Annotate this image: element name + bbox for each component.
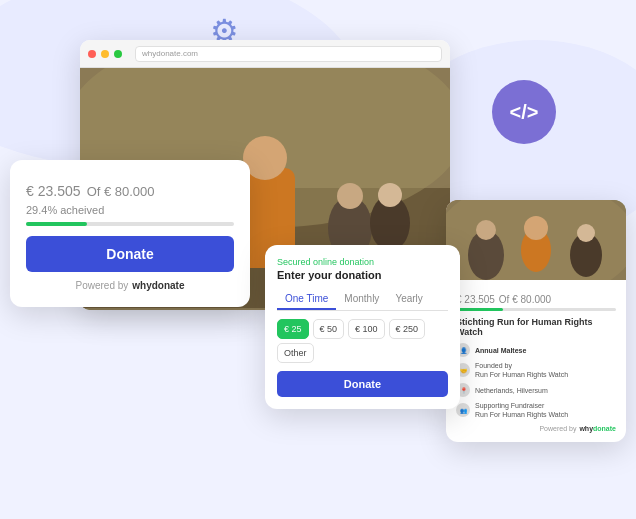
amount-chip-100[interactable]: € 100 (348, 319, 385, 339)
browser-url-text: whydonate.com (142, 49, 198, 58)
of-label-left: Of € 80.000 (87, 184, 155, 199)
tab-yearly[interactable]: Yearly (387, 289, 430, 310)
info-sub-3: Run For Human Rights Watch (475, 410, 568, 419)
card-image-right (446, 200, 626, 280)
powered-label-left: Powered by (75, 280, 128, 291)
dot-red (88, 50, 96, 58)
card-image-svg (446, 200, 626, 280)
tab-monthly[interactable]: Monthly (336, 289, 387, 310)
progress-bar-bg-left (26, 222, 234, 226)
browser-bar: whydonate.com (80, 40, 450, 68)
donation-tabs: One Time Monthly Yearly (277, 289, 448, 311)
secured-label: Secured online donation (277, 257, 448, 267)
powered-by-right: Powered by whydonate (456, 425, 616, 432)
info-row-0: 👤 Annual Maltese (456, 343, 616, 357)
of-label-right: Of € 80.000 (499, 294, 551, 305)
code-symbol: </> (510, 101, 539, 124)
info-sub-1: Run For Human Rights Watch (475, 370, 568, 379)
info-row-3: 👥 Supporting Fundraiser Run For Human Ri… (456, 401, 616, 419)
card-body-right: € 23.505 Of € 80.000 Stichting Run for H… (446, 280, 626, 442)
whydonate-logo-right: whydonate (579, 425, 616, 432)
powered-by-left: Powered by whydonate (26, 280, 234, 291)
info-label-3: Supporting Fundraiser (475, 401, 568, 410)
svg-point-10 (337, 183, 363, 209)
progress-bar-fill-left (26, 222, 87, 226)
progress-label-left: 29.4% acheived (26, 204, 234, 216)
amount-chip-50[interactable]: € 50 (313, 319, 345, 339)
org-name: Stichting Run for Human Rights Watch (456, 317, 616, 337)
info-icon-3: 👥 (456, 403, 470, 417)
amount-right: € 23.505 Of € 80.000 (456, 290, 616, 306)
amount-chip-other[interactable]: Other (277, 343, 314, 363)
info-label-0: Annual Maltese (475, 347, 526, 354)
progress-bar-fill-right (456, 308, 503, 311)
svg-point-16 (476, 220, 496, 240)
svg-point-20 (577, 224, 595, 242)
browser-url: whydonate.com (135, 46, 442, 62)
info-row-2: 📍 Netherlands, Hilversum (456, 383, 616, 397)
info-row-1: 🤝 Founded by Run For Human Rights Watch (456, 361, 616, 379)
progress-bar-bg-right (456, 308, 616, 311)
info-label-1: Founded by (475, 361, 568, 370)
amount-chip-25[interactable]: € 25 (277, 319, 309, 339)
svg-point-18 (524, 216, 548, 240)
widget-card-right: € 23.505 Of € 80.000 Stichting Run for H… (446, 200, 626, 442)
svg-point-12 (378, 183, 402, 207)
amount-chips: € 25 € 50 € 100 € 250 Other (277, 319, 448, 363)
donate-button-mid[interactable]: Donate (277, 371, 448, 397)
whydonate-logo-left: whydonate (132, 280, 184, 291)
code-badge: </> (492, 80, 556, 144)
tab-one-time[interactable]: One Time (277, 289, 336, 310)
dot-yellow (101, 50, 109, 58)
dot-green (114, 50, 122, 58)
amount-left: € 23.505 Of € 80.000 (26, 176, 234, 202)
widget-card-left: € 23.505 Of € 80.000 29.4% acheived Dona… (10, 160, 250, 307)
donate-button-left[interactable]: Donate (26, 236, 234, 272)
widget-card-mid: Secured online donation Enter your donat… (265, 245, 460, 409)
amount-chip-250[interactable]: € 250 (389, 319, 426, 339)
info-label-2: Netherlands, Hilversum (475, 386, 548, 395)
powered-label-right: Powered by (539, 425, 576, 432)
enter-donation-label: Enter your donation (277, 269, 448, 281)
